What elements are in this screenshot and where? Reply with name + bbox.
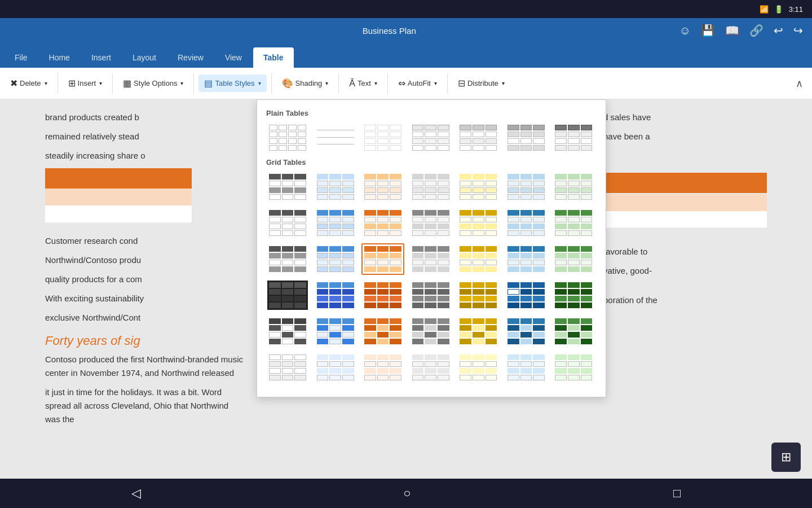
grid-swatch-3-4[interactable]	[409, 243, 452, 275]
plain-swatch-2[interactable]	[314, 122, 357, 154]
doc-para-5: Northwind/Contoso produ	[45, 253, 245, 267]
grid-swatch-4-4[interactable]	[409, 279, 452, 311]
table-styles-dropdown: Plain Tables	[257, 99, 606, 397]
grid-swatch-3-1[interactable]	[266, 243, 309, 275]
grid-swatch-1-4[interactable]	[409, 171, 452, 203]
distribute-caret: ▾	[502, 80, 505, 86]
doc-para-4: Customer research cond	[45, 234, 245, 248]
grid-swatch-1-7[interactable]	[552, 171, 595, 203]
back-nav-icon[interactable]: ◁	[118, 481, 155, 505]
ribbon-divider-3	[193, 73, 194, 94]
grid-swatch-3-3[interactable]	[361, 243, 404, 275]
grid-swatch-5-7[interactable]	[552, 316, 595, 347]
shading-button[interactable]: 🎨 Shading ▾	[276, 75, 334, 92]
distribute-button[interactable]: ⊟ Distribute ▾	[452, 75, 510, 92]
style-options-button[interactable]: ▦ Style Options ▾	[117, 75, 189, 92]
book-icon[interactable]: 📖	[725, 24, 739, 37]
grid-tables-row-3	[266, 243, 597, 275]
grid-swatch-3-5[interactable]	[457, 243, 500, 275]
grid-swatch-2-7[interactable]	[552, 207, 595, 239]
plain-swatch-4[interactable]	[409, 122, 452, 154]
grid-swatch-4-2[interactable]	[314, 279, 357, 311]
fab-button[interactable]: ⊞	[771, 443, 801, 472]
plain-swatch-7[interactable]	[552, 122, 595, 154]
grid-swatch-6-5[interactable]	[457, 352, 500, 383]
grid-swatch-3-7[interactable]	[552, 243, 595, 275]
shading-icon: 🎨	[282, 78, 293, 89]
grid-swatch-6-3[interactable]	[361, 352, 404, 383]
grid-swatch-2-1[interactable]	[266, 207, 309, 239]
plain-swatch-1[interactable]	[266, 122, 309, 154]
undo-icon[interactable]: ↩	[774, 24, 783, 37]
tab-table[interactable]: Table	[253, 47, 294, 68]
save-icon[interactable]: 💾	[701, 24, 715, 37]
home-nav-icon[interactable]: ○	[390, 481, 424, 505]
grid-swatch-4-1[interactable]	[266, 279, 309, 311]
grid-swatch-5-6[interactable]	[505, 316, 548, 347]
plain-swatch-6[interactable]	[505, 122, 548, 154]
doc-left-content: brand products created b remained relati…	[0, 99, 257, 479]
emoji-icon[interactable]: ☺	[679, 24, 691, 37]
table-styles-label: Table Styles	[215, 79, 254, 87]
insert-button[interactable]: ⊞ Insert ▾	[63, 75, 108, 92]
doc-para-6: quality products for a com	[45, 273, 245, 286]
grid-swatch-6-1[interactable]	[266, 352, 309, 383]
doc-para-10: it just in time for the holidays. It was…	[45, 386, 245, 426]
grid-swatch-4-7[interactable]	[552, 279, 595, 311]
grid-swatch-6-4[interactable]	[409, 352, 452, 383]
grid-swatch-5-2[interactable]	[314, 316, 357, 347]
grid-swatch-6-2[interactable]	[314, 352, 357, 383]
text-button[interactable]: Ā Text ▾	[343, 75, 383, 92]
grid-swatch-6-6[interactable]	[505, 352, 548, 383]
grid-swatch-1-6[interactable]	[505, 171, 548, 203]
grid-swatch-1-5[interactable]	[457, 171, 500, 203]
autofit-button[interactable]: ⇔ AutoFit ▾	[392, 75, 443, 92]
tab-layout[interactable]: Layout	[122, 47, 166, 68]
grid-swatch-1-2[interactable]	[314, 171, 357, 203]
doc-para-3: steadily increasing share o	[45, 149, 245, 163]
grid-swatch-4-6[interactable]	[505, 279, 548, 311]
redo-icon[interactable]: ↪	[793, 24, 803, 37]
plain-tables-label: Plain Tables	[266, 109, 597, 117]
shading-caret: ▾	[325, 80, 328, 86]
grid-swatch-5-4[interactable]	[409, 316, 452, 347]
tab-file[interactable]: File	[5, 47, 38, 68]
tab-home[interactable]: Home	[39, 47, 80, 68]
tab-view[interactable]: View	[215, 47, 252, 68]
wifi-icon: 📶	[760, 5, 769, 14]
grid-swatch-4-3[interactable]	[361, 279, 404, 311]
grid-swatch-2-5[interactable]	[457, 207, 500, 239]
grid-swatch-2-6[interactable]	[505, 207, 548, 239]
tab-review[interactable]: Review	[167, 47, 214, 68]
grid-swatch-2-2[interactable]	[314, 207, 357, 239]
table-styles-caret: ▾	[258, 80, 261, 86]
grid-swatch-6-7[interactable]	[552, 352, 595, 383]
plain-swatch-3[interactable]	[361, 122, 404, 154]
delete-caret: ▾	[45, 80, 47, 86]
delete-label: Delete	[20, 79, 41, 87]
grid-swatch-2-3[interactable]	[361, 207, 404, 239]
doc-heading: Forty years of sig	[45, 334, 245, 348]
ribbon-divider-2	[112, 73, 113, 94]
delete-button[interactable]: ✖ Delete ▾	[5, 75, 53, 92]
style-options-caret: ▾	[180, 80, 183, 86]
grid-swatch-4-5[interactable]	[457, 279, 500, 311]
table-styles-button[interactable]: ▤ Table Styles ▾	[198, 75, 266, 92]
grid-swatch-3-6[interactable]	[505, 243, 548, 275]
shading-label: Shading	[295, 79, 323, 87]
grid-swatch-5-5[interactable]	[457, 316, 500, 347]
grid-swatch-3-2[interactable]	[314, 243, 357, 275]
collapse-ribbon-button[interactable]: ∧	[791, 75, 807, 92]
status-bar: 📶 🔋 3:11	[0, 0, 812, 18]
ribbon-divider-7	[447, 73, 448, 94]
share-icon[interactable]: 🔗	[749, 24, 764, 37]
recents-nav-icon[interactable]: □	[660, 481, 694, 505]
grid-swatch-1-1[interactable]	[266, 171, 309, 203]
grid-swatch-2-4[interactable]	[409, 207, 452, 239]
ribbon-divider-1	[58, 73, 58, 94]
grid-swatch-5-1[interactable]	[266, 316, 309, 347]
grid-swatch-5-3[interactable]	[361, 316, 404, 347]
grid-swatch-1-3[interactable]	[361, 171, 404, 203]
tab-insert[interactable]: Insert	[81, 47, 121, 68]
plain-swatch-5[interactable]	[457, 122, 500, 154]
